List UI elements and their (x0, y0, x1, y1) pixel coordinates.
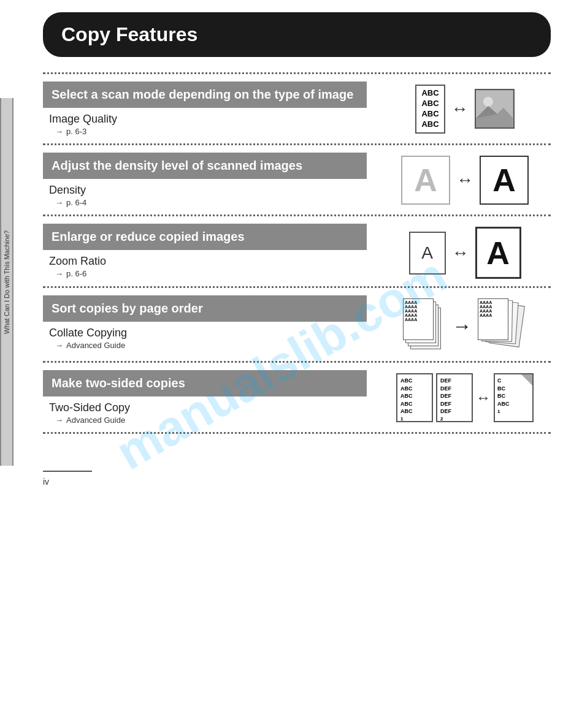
arrow-icon-5: → (55, 415, 63, 425)
double-arrow-icon-1: ↔ (451, 99, 469, 119)
page-footer: iv (43, 471, 92, 487)
arrow-icon-2: → (55, 198, 63, 207)
feature-image-zoom: A ↔ A (379, 224, 551, 279)
feature-image-image-quality: ABCABCABCABC ↔ (379, 82, 551, 134)
feature-header-image-quality: Select a scan mode depending on the type… (43, 82, 367, 108)
collate-stack-left: AAAAAAAAAAAAAAAAAAAA AAAAAAAAAAAAAAAAAAA… (403, 298, 446, 354)
section-zoom: Enlarge or reduce copied images Zoom Rat… (43, 224, 551, 279)
feature-name-density: Density (49, 184, 367, 197)
feature-header-label: Select a scan mode depending on the type… (52, 88, 358, 102)
feature-header-label-2: Adjust the density level of scanned imag… (52, 159, 358, 173)
section-density: Adjust the density level of scanned imag… (43, 153, 551, 207)
section-twosided: Make two-sided copies Two-Sided Copy → A… (43, 370, 551, 425)
double-arrow-icon-2: ↔ (456, 170, 473, 190)
ref-value-5: Advanced Guide (66, 415, 125, 425)
separator-5 (43, 361, 551, 363)
feature-ref-twosided: → Advanced Guide (55, 415, 367, 425)
density-bold-icon: A (480, 156, 529, 205)
ref-value-2: p. 6-4 (66, 198, 86, 207)
zoom-small-icon: A (409, 232, 446, 275)
photo-icon (475, 89, 515, 129)
title-bar: Copy Features (43, 12, 551, 57)
feature-image-density: A ↔ A (379, 153, 551, 205)
separator-3 (43, 214, 551, 216)
feature-text-image-quality: Select a scan mode depending on the type… (43, 82, 379, 136)
feature-text-twosided: Make two-sided copies Two-Sided Copy → A… (43, 370, 379, 425)
feature-header-label-5: Make two-sided copies (52, 376, 358, 390)
feature-header-collate: Sort copies by page order (43, 295, 367, 322)
ref-value-3: p. 6-6 (66, 269, 86, 278)
section-image-quality: Select a scan mode depending on the type… (43, 82, 551, 136)
arrow-icon-1: → (55, 127, 63, 136)
arrow-icon-3: → (55, 269, 63, 278)
page-title: Copy Features (61, 23, 532, 46)
feature-header-zoom: Enlarge or reduce copied images (43, 224, 367, 250)
feature-image-twosided: ABCABCABCABCABC1 DEFDEFDEFDEFDEF2 ↔ CBCB… (379, 370, 551, 422)
collate-stack-right: AAAAAAAAAAAAAAAA AAAAAAAAAAAAAAAA AAAAAA… (478, 298, 527, 354)
twosided-page2-icon: DEFDEFDEFDEFDEF2 (436, 373, 473, 422)
collate-arrow-icon: → (452, 315, 472, 338)
feature-ref-collate: → Advanced Guide (55, 341, 367, 350)
feature-header-label-3: Enlarge or reduce copied images (52, 230, 358, 244)
feature-ref-zoom: → p. 6-6 (55, 269, 367, 278)
separator-4 (43, 286, 551, 288)
arrow-icon-4: → (55, 341, 63, 350)
feature-name-collate: Collate Copying (49, 327, 367, 339)
page-number: iv (43, 477, 49, 487)
ref-value-4: Advanced Guide (66, 341, 125, 350)
twosided-page1-icon: ABCABCABCABCABC1 (396, 373, 433, 422)
main-content: Copy Features manualslib.com Select a sc… (18, 0, 563, 511)
feature-name-twosided: Two-Sided Copy (49, 401, 367, 414)
separator-2 (43, 143, 551, 145)
double-arrow-icon-3: ↔ (452, 243, 469, 263)
feature-header-density: Adjust the density level of scanned imag… (43, 153, 367, 179)
separator-1 (43, 72, 551, 74)
feature-image-collate: AAAAAAAAAAAAAAAAAAAA AAAAAAAAAAAAAAAAAAA… (379, 295, 551, 354)
zoom-large-icon: A (475, 227, 521, 279)
double-arrow-icon-5: ↔ (476, 389, 491, 406)
feature-header-twosided: Make two-sided copies (43, 370, 367, 396)
density-faded-icon: A (401, 156, 450, 205)
feature-name-zoom: Zoom Ratio (49, 255, 367, 268)
feature-text-density: Adjust the density level of scanned imag… (43, 153, 379, 207)
section-collate: Sort copies by page order Collate Copyin… (43, 295, 551, 354)
feature-ref-image-quality: → p. 6-3 (55, 127, 367, 136)
feature-name-image-quality: Image Quality (49, 113, 367, 126)
separator-6 (43, 432, 551, 434)
side-label: What Can I Do with This Machine? (0, 98, 13, 466)
svg-point-1 (483, 97, 493, 107)
feature-header-label-4: Sort copies by page order (52, 301, 358, 316)
feature-text-zoom: Enlarge or reduce copied images Zoom Rat… (43, 224, 379, 278)
feature-ref-density: → p. 6-4 (55, 198, 367, 207)
ref-value-1: p. 6-3 (66, 127, 86, 136)
feature-text-collate: Sort copies by page order Collate Copyin… (43, 295, 379, 350)
iq-text-box: ABCABCABCABC (415, 85, 445, 134)
twosided-result-icon: CBCBCABC1 (494, 373, 534, 422)
